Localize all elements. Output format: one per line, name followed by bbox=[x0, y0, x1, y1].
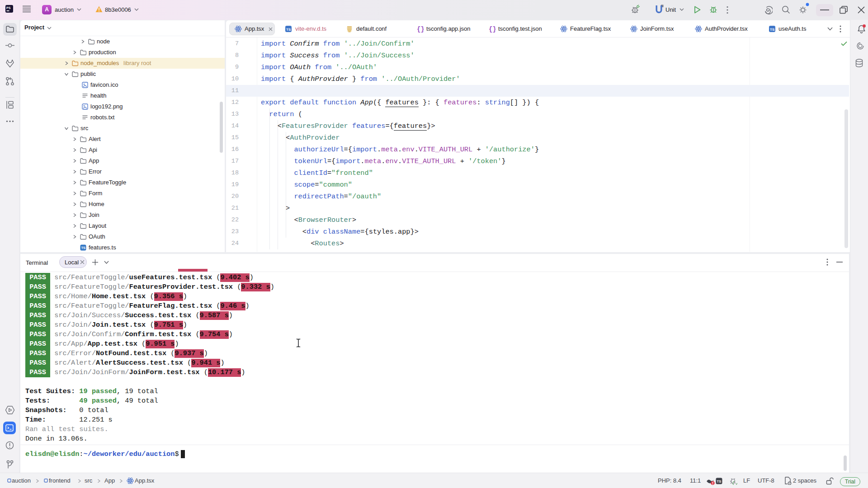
svg-text:{}: {} bbox=[489, 26, 495, 33]
svg-text:{}: {} bbox=[417, 26, 424, 33]
svg-text:TS: TS bbox=[770, 28, 775, 32]
svg-text:PS: PS bbox=[6, 6, 11, 9]
svg-text:TS: TS bbox=[286, 28, 291, 32]
svg-text:TS: TS bbox=[717, 479, 722, 483]
